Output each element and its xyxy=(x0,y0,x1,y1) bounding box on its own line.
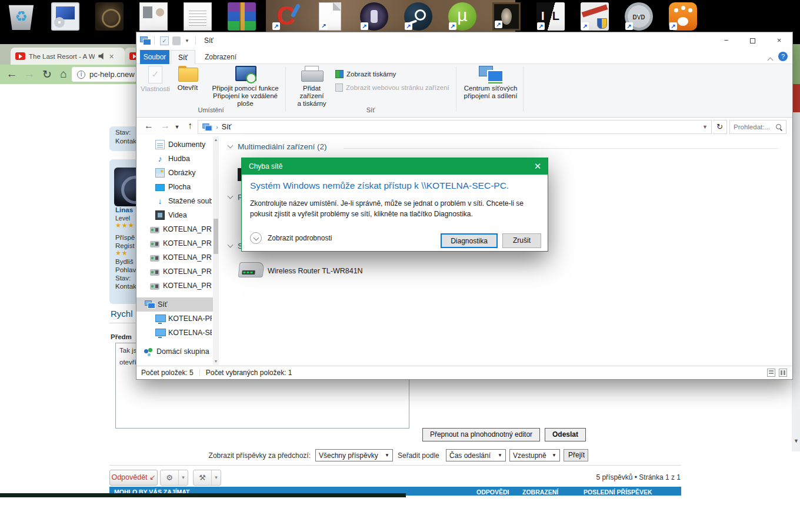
sidebar-item-media-server-4[interactable]: KOTELNA_PRIM xyxy=(136,265,212,279)
topic-tools-button[interactable]: ⚙▼ xyxy=(160,470,188,486)
nav-up-icon[interactable]: ↑ xyxy=(184,121,196,131)
search-icon xyxy=(776,124,782,131)
tab-network[interactable]: Síť xyxy=(171,50,195,64)
desktop-icon-witcher[interactable]: ↗ xyxy=(492,2,521,31)
scrollbar-thumb[interactable] xyxy=(214,219,218,254)
scrollbar-down-icon[interactable]: ▼ xyxy=(794,438,799,444)
view-printers-button[interactable]: Zobrazit tiskárny xyxy=(335,70,396,78)
forward-icon[interactable]: → xyxy=(22,68,36,81)
properties-button[interactable]: ✓ Vlastnosti xyxy=(139,66,171,93)
forum-username-link[interactable]: Linas xyxy=(115,206,133,213)
shortcut-arrow-icon: ↗ xyxy=(272,22,280,30)
tab-view[interactable]: Zobrazení xyxy=(199,50,242,64)
sidebar-item-kotelna-prim[interactable]: KOTELNA-PRIM xyxy=(136,312,212,326)
scroll-up-icon[interactable]: ▲ xyxy=(213,136,219,143)
search-input[interactable]: Prohledat:... xyxy=(729,120,786,134)
sidebar-scrollbar[interactable] xyxy=(213,136,219,365)
tab-audio-icon[interactable] xyxy=(98,53,105,60)
desktop-icon-text-document[interactable] xyxy=(184,2,212,31)
ribbon-tab-row: Soubor Síť Zobrazení ? xyxy=(136,49,792,64)
home-icon[interactable]: ⌂ xyxy=(56,68,71,81)
sidebar-item-media-server-1[interactable]: KOTELNA_PRIM xyxy=(136,222,212,236)
nav-forward-icon[interactable]: → xyxy=(159,121,172,131)
tab-file[interactable]: Soubor xyxy=(140,50,169,64)
sidebar-item-network[interactable]: Síť xyxy=(136,297,213,312)
breadcrumb[interactable]: › Síť ▼ xyxy=(198,120,712,134)
show-details-toggle[interactable]: Zobrazit podrobnosti xyxy=(250,232,332,244)
dialog-close-icon[interactable]: ✕ xyxy=(528,158,548,175)
sidebar-item-media-server-5[interactable]: KOTELNA_PRIM xyxy=(136,279,212,293)
desktop-icon-photo-stack[interactable] xyxy=(139,2,168,31)
maximize-button[interactable] xyxy=(739,32,766,49)
cancel-button[interactable]: Zrušit xyxy=(502,233,541,248)
desktop-icon-game-emblem[interactable] xyxy=(95,2,124,31)
scroll-down-icon[interactable]: ▼ xyxy=(213,358,219,365)
diagnose-button[interactable]: Diagnostika xyxy=(441,233,498,248)
sidebar-item-downloads[interactable]: ↓Stažené soubory xyxy=(136,194,212,208)
sidebar-item-kotelna-sec[interactable]: KOTELNA-SEC- xyxy=(136,326,212,340)
utorrent-letter: µ xyxy=(457,5,467,25)
sidebar-item-homegroup[interactable]: Domácí skupina xyxy=(136,344,212,359)
group-header-multimedia[interactable]: Multimediální zařízení (2) xyxy=(228,142,327,151)
desktop-icon-recycle-bin[interactable]: ♻ xyxy=(7,2,35,31)
close-button[interactable]: × xyxy=(766,32,792,49)
explorer-titlebar[interactable]: ✓ ▼ Síť − × xyxy=(136,32,792,49)
ribbon-collapse-icon[interactable] xyxy=(768,54,772,65)
view-device-webpage-button[interactable]: Zobrazit webovou stránku zařízení xyxy=(335,83,449,92)
desktop-icon-winrar[interactable] xyxy=(228,2,256,31)
network-center-line1: Centrum síťových xyxy=(464,85,518,92)
dropdown-caret-icon[interactable]: ▼ xyxy=(212,470,221,485)
add-devices-button[interactable]: Přidat zařízení a tiskárny xyxy=(291,66,333,108)
desktop-icon-installer-ribbon[interactable]: ↗ xyxy=(581,2,609,31)
go-button[interactable]: Přejít xyxy=(564,449,588,461)
reply-button[interactable]: Odpovědět ↙ xyxy=(109,470,158,486)
sort-select[interactable]: Čas odeslání▼ xyxy=(446,449,506,461)
browser-tab-active[interactable]: The Last Resort - A W × xyxy=(11,48,125,65)
sidebar-item-documents[interactable]: Dokumenty xyxy=(136,138,212,152)
network-center-button[interactable]: Centrum síťových připojení a sdílení xyxy=(460,66,521,100)
browser-scrollbar[interactable] xyxy=(792,112,800,451)
help-icon[interactable]: ? xyxy=(778,52,788,61)
desktop-icon-setup-program[interactable] xyxy=(51,2,79,31)
thumbnails-view-toggle-icon[interactable] xyxy=(779,369,787,377)
remote-desktop-button[interactable]: Připojit pomocí funkce Připojení ke vzdá… xyxy=(206,66,285,108)
desktop-icon-ccleaner[interactable]: C↗ xyxy=(272,2,300,31)
moderator-tools-button[interactable]: ⚒▼ xyxy=(193,470,221,486)
dropdown-caret-icon[interactable]: ▼ xyxy=(179,470,188,485)
nav-back-icon[interactable]: ← xyxy=(142,121,155,131)
sidebar-item-media-server-2[interactable]: KOTELNA_PRIM xyxy=(136,236,212,250)
qat-customize-caret-icon[interactable]: ▼ xyxy=(185,38,189,44)
desktop-icon-game-mask[interactable]: ↗ xyxy=(360,2,388,31)
sidebar-item-music[interactable]: ♪Hudba xyxy=(136,152,212,166)
back-icon[interactable]: ← xyxy=(5,68,19,81)
sidebar-item-pictures[interactable]: Obrázky xyxy=(136,166,212,180)
qat-newfolder-icon[interactable] xyxy=(172,36,181,45)
direction-select[interactable]: Vzestupně▼ xyxy=(509,449,560,461)
router-device-icon[interactable] xyxy=(238,262,265,277)
desktop-icon-il-app[interactable]: IL↗ xyxy=(536,2,565,31)
desktop-icon-utorrent[interactable]: µ↗ xyxy=(448,2,476,31)
sidebar-item-videos[interactable]: Videa xyxy=(136,208,212,222)
sidebar-item-desktop[interactable]: Plocha xyxy=(136,180,212,194)
qat-properties-icon[interactable]: ✓ xyxy=(160,36,169,45)
desktop-icon-steam[interactable]: ↗ xyxy=(404,2,432,31)
reload-icon[interactable]: ↻ xyxy=(40,68,54,81)
page-info-icon[interactable]: i xyxy=(77,71,85,79)
desktop-icon-blank-document[interactable]: ↗ xyxy=(319,2,341,31)
desktop-icon-dvd-tool[interactable]: DVD↗ xyxy=(625,2,653,31)
full-editor-button[interactable]: Přepnout na plnohodnotný editor xyxy=(422,428,540,441)
refresh-icon[interactable]: ↻ xyxy=(713,120,727,134)
nav-history-caret-icon[interactable]: ▼ xyxy=(173,124,181,130)
breadcrumb-caret-icon[interactable]: ▼ xyxy=(702,124,708,130)
desktop-icon-paw-app[interactable]: ↗ xyxy=(669,2,697,31)
minimize-button[interactable]: − xyxy=(713,32,739,49)
router-item-label[interactable]: Wireless Router TL-WR841N xyxy=(268,267,363,275)
details-view-toggle-icon[interactable] xyxy=(767,369,775,377)
send-button[interactable]: Odeslat xyxy=(545,428,586,441)
open-button[interactable]: Otevřít xyxy=(172,66,204,92)
sidebar-item-media-server-3[interactable]: KOTELNA_PRIM xyxy=(136,250,212,265)
page-edge-red-block xyxy=(792,84,800,112)
dialog-titlebar[interactable]: Chyba sítě xyxy=(242,158,548,175)
tab-close-icon[interactable]: × xyxy=(109,53,114,60)
period-select[interactable]: Všechny příspěvky▼ xyxy=(315,449,393,461)
